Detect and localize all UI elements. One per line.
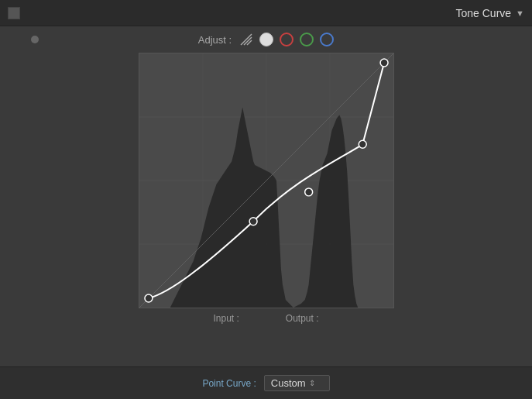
header: Tone Curve ▼ (0, 0, 532, 26)
tone-curve-graph[interactable] (139, 53, 394, 308)
point-curve-label: Point Curve : (202, 378, 256, 389)
panel-title: Tone Curve (456, 7, 512, 19)
svg-point-14 (359, 140, 366, 148)
panel-icon (8, 7, 20, 19)
svg-point-13 (304, 188, 312, 196)
option-dot[interactable] (31, 36, 39, 43)
io-row: Input : Output : (139, 313, 394, 324)
white-channel-icon[interactable] (259, 33, 273, 46)
rgb-channel-icon[interactable] (239, 33, 253, 46)
svg-point-11 (144, 294, 152, 302)
dropdown-arrow-icon: ⇕ (309, 379, 315, 387)
red-channel-icon[interactable] (280, 33, 293, 46)
footer: Point Curve : Custom ⇕ (0, 366, 532, 399)
main-content: Adjust : (0, 26, 532, 330)
svg-point-15 (380, 59, 388, 67)
blue-channel-icon[interactable] (320, 33, 334, 46)
custom-label: Custom (271, 377, 306, 389)
curve-svg (139, 53, 393, 308)
output-label: Output : (286, 313, 319, 324)
green-channel-icon[interactable] (300, 33, 314, 46)
header-title-area: Tone Curve ▼ (456, 7, 524, 19)
header-left (8, 7, 20, 19)
point-curve-dropdown[interactable]: Custom ⇕ (264, 375, 330, 391)
svg-point-12 (249, 218, 257, 225)
panel-dropdown-arrow[interactable]: ▼ (516, 9, 524, 18)
channel-icons (239, 33, 334, 46)
input-label: Input : (213, 313, 239, 324)
adjust-label: Adjust : (198, 34, 232, 46)
adjust-row: Adjust : (15, 33, 517, 46)
